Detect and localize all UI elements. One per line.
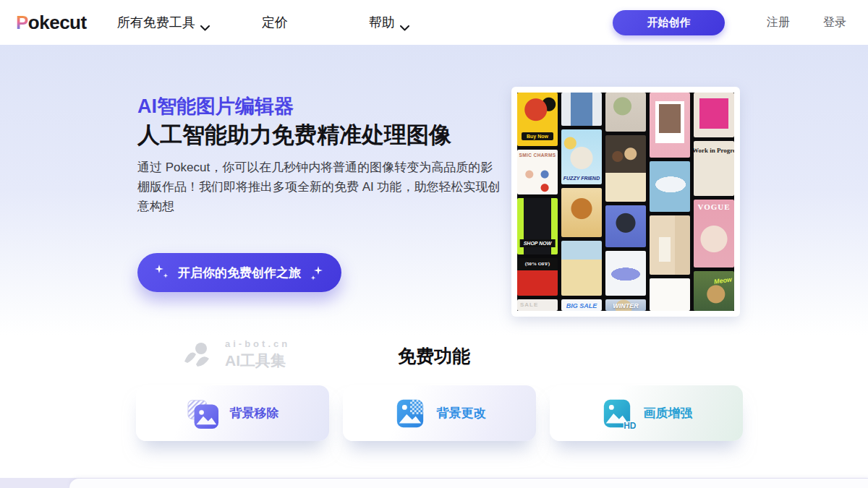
logo-text: okecut (28, 12, 87, 34)
collage-column (650, 93, 690, 311)
tile-label: BIG SALE (566, 302, 597, 309)
hd-badge: HD (624, 421, 636, 431)
feature-card-background-change[interactable]: 背景更改 (343, 385, 536, 441)
collage-tile-shoe (605, 251, 646, 296)
start-creating-button[interactable]: 开始创作 (613, 10, 725, 35)
chevron-down-icon (400, 20, 409, 25)
background-remove-icon (187, 398, 220, 429)
tile-label: SMIC CHARMS (519, 153, 556, 158)
feature-cards-row: 背景移除 (136, 385, 743, 441)
logo-letter: P (16, 12, 28, 34)
sparkle-icon (153, 263, 171, 282)
tile-label: Buy Now (522, 132, 553, 140)
tile-label: WINTER (613, 302, 639, 309)
nav-item-help[interactable]: 帮助 (369, 14, 409, 31)
collage-tile-lamp-ad: Buy Now (517, 93, 558, 146)
feature-card-label: 画质增强 (644, 405, 693, 421)
collage-tile-jewelry: SMIC CHARMS (517, 150, 558, 194)
cta-label: 开启你的免费创作之旅 (178, 265, 301, 281)
collage-tile-camera-ad: (50% OFF) (517, 258, 558, 296)
collage-tile-winter: WINTER (605, 299, 646, 311)
collage-tile-pants-ad: SHOP NOW (517, 198, 558, 254)
collage-column: Work in Progre VOGUE Meow (694, 93, 734, 311)
feature-card-label: 背景移除 (230, 405, 279, 421)
collage-tile-beach (561, 241, 602, 296)
sparkle-icon (308, 263, 326, 282)
tile-label: SALE (520, 301, 538, 308)
collage-column: WINTER (605, 93, 646, 311)
pokecut-landing-page: Pokecut 所有免费工具 定价 帮助 开始创作 注册 登录 AI智能图 (0, 0, 868, 488)
tile-label: Work in Progre (694, 147, 734, 154)
collage-tile-flowers (605, 93, 646, 132)
free-features-heading: 免费功能 (0, 344, 868, 368)
background-change-icon (393, 398, 427, 429)
nav-item-pricing[interactable]: 定价 (262, 14, 288, 31)
collage-tile-perfume (650, 215, 690, 275)
next-section-panel-edge (69, 479, 868, 488)
tile-label: Meow (713, 275, 732, 285)
hero-description: 通过 Pokecut，你可以在几秒钟内将普通的图像转变为高品质的影棚版作品！我们… (137, 158, 505, 216)
collage-column: Buy Now SMIC CHARMS SHOP NOW (50% OFF) S… (517, 93, 558, 311)
collage-tile-work-in-progress: Work in Progre (694, 141, 734, 196)
hero-collage-image: Buy Now SMIC CHARMS SHOP NOW (50% OFF) S… (511, 87, 740, 317)
collage-grid: Buy Now SMIC CHARMS SHOP NOW (50% OFF) S… (517, 93, 734, 311)
chevron-down-icon (200, 20, 210, 25)
tile-label: SHOP NOW (520, 239, 556, 247)
collage-tile-lamps: SALE (517, 299, 558, 311)
collage-tile-reviews (650, 278, 690, 311)
collage-column: FUZZY FRIEND BIG SALE (561, 93, 602, 311)
collage-tile-portrait (605, 205, 646, 247)
top-navbar: Pokecut 所有免费工具 定价 帮助 开始创作 注册 登录 (0, 0, 868, 45)
nav-label: 定价 (262, 14, 288, 31)
feature-card-label: 背景更改 (437, 405, 486, 421)
collage-tile-cat (561, 188, 602, 237)
collage-tile-vogue: VOGUE (694, 200, 734, 267)
collage-tile-polaroid (650, 93, 690, 158)
hero-subtitle: AI智能图片编辑器 (137, 93, 294, 119)
collage-tile-big-sale: BIG SALE (561, 299, 602, 311)
collage-tile-plush-toy: FUZZY FRIEND (561, 129, 602, 184)
hero-title: 人工智能助力免费精准处理图像 (137, 120, 451, 150)
main-nav: 所有免费工具 定价 帮助 (117, 14, 409, 31)
hd-enhance-icon: HD (600, 398, 634, 429)
nav-label: 所有免费工具 (117, 14, 195, 31)
start-free-journey-button[interactable]: 开启你的免费创作之旅 (137, 253, 341, 292)
collage-tile-meow-cat: Meow (694, 271, 734, 311)
collage-tile-sneaker (650, 161, 690, 212)
feature-card-image-enhance[interactable]: HD 画质增强 (550, 385, 743, 441)
collage-tile-magenta-poster (694, 93, 734, 137)
nav-label: 帮助 (369, 14, 395, 31)
tile-label: VOGUE (697, 202, 730, 211)
collage-tile-jeans (561, 93, 602, 126)
feature-card-background-removal[interactable]: 背景移除 (136, 385, 329, 441)
register-link[interactable]: 注册 (767, 15, 790, 30)
collage-tile-drinks (605, 135, 646, 202)
pokecut-logo[interactable]: Pokecut (16, 12, 87, 34)
tile-label: (50% OFF) (525, 261, 550, 267)
login-link[interactable]: 登录 (823, 15, 846, 30)
nav-item-all-free-tools[interactable]: 所有免费工具 (117, 14, 210, 31)
tile-label: FUZZY FRIEND (563, 176, 600, 181)
